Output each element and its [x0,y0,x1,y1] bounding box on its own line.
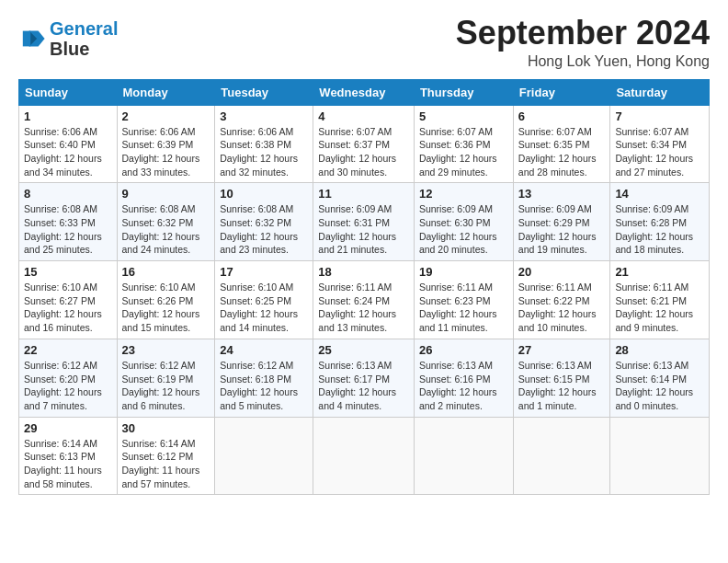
day-number: 3 [220,109,308,123]
day-info: Sunrise: 6:08 AM Sunset: 6:33 PM Dayligh… [24,202,112,257]
weekday-header-sunday: Sunday [19,79,118,105]
day-number: 6 [518,109,606,123]
day-number: 14 [615,187,704,201]
day-number: 1 [24,109,112,123]
day-info: Sunrise: 6:10 AM Sunset: 6:27 PM Dayligh… [24,281,112,335]
day-number: 28 [615,343,704,357]
calendar-week-row: 1Sunrise: 6:06 AM Sunset: 6:40 PM Daylig… [19,105,710,183]
day-number: 13 [518,187,606,201]
day-info: Sunrise: 6:07 AM Sunset: 6:36 PM Dayligh… [419,125,508,179]
day-info: Sunrise: 6:14 AM Sunset: 6:12 PM Dayligh… [122,437,210,491]
day-number: 11 [318,187,409,201]
header: General Blue September 2024 Hong Lok Yue… [18,15,710,70]
logo-name: General [50,18,118,39]
calendar-cell: 16Sunrise: 6:10 AM Sunset: 6:26 PM Dayli… [117,261,215,339]
calendar-cell: 20Sunrise: 6:11 AM Sunset: 6:22 PM Dayli… [513,261,610,339]
weekday-header-thursday: Thursday [414,79,513,105]
day-number: 24 [220,343,308,357]
day-info: Sunrise: 6:13 AM Sunset: 6:17 PM Dayligh… [318,359,409,413]
day-number: 22 [24,343,112,357]
day-number: 18 [318,265,409,279]
calendar-cell: 27Sunrise: 6:13 AM Sunset: 6:15 PM Dayli… [513,339,610,417]
calendar-cell: 9Sunrise: 6:08 AM Sunset: 6:32 PM Daylig… [117,183,215,261]
day-number: 7 [615,109,704,123]
weekday-header-saturday: Saturday [610,79,710,105]
day-info: Sunrise: 6:08 AM Sunset: 6:32 PM Dayligh… [122,202,210,257]
calendar-cell: 10Sunrise: 6:08 AM Sunset: 6:32 PM Dayli… [215,183,313,261]
day-info: Sunrise: 6:06 AM Sunset: 6:39 PM Dayligh… [122,125,210,179]
calendar-cell: 4Sunrise: 6:07 AM Sunset: 6:37 PM Daylig… [313,105,415,183]
calendar-cell: 3Sunrise: 6:06 AM Sunset: 6:38 PM Daylig… [215,105,313,183]
day-info: Sunrise: 6:07 AM Sunset: 6:34 PM Dayligh… [615,125,704,179]
day-info: Sunrise: 6:09 AM Sunset: 6:28 PM Dayligh… [615,202,704,257]
day-info: Sunrise: 6:11 AM Sunset: 6:23 PM Dayligh… [419,281,508,335]
day-number: 9 [122,187,210,201]
calendar-cell: 17Sunrise: 6:10 AM Sunset: 6:25 PM Dayli… [215,261,313,339]
calendar-cell: 21Sunrise: 6:11 AM Sunset: 6:21 PM Dayli… [610,261,710,339]
day-number: 10 [220,187,308,201]
calendar-cell [513,417,610,495]
day-number: 20 [518,265,606,279]
weekday-header-monday: Monday [117,79,215,105]
day-number: 8 [24,187,112,201]
day-number: 29 [24,421,112,435]
day-info: Sunrise: 6:12 AM Sunset: 6:18 PM Dayligh… [220,359,308,413]
weekday-header-friday: Friday [513,79,610,105]
day-info: Sunrise: 6:12 AM Sunset: 6:20 PM Dayligh… [24,359,112,413]
logo: General Blue [18,18,118,59]
day-number: 17 [220,265,308,279]
calendar-cell: 8Sunrise: 6:08 AM Sunset: 6:33 PM Daylig… [19,183,118,261]
day-info: Sunrise: 6:09 AM Sunset: 6:29 PM Dayligh… [518,202,606,257]
day-number: 27 [518,343,606,357]
day-number: 21 [615,265,704,279]
svg-rect-2 [23,31,30,47]
calendar-cell: 7Sunrise: 6:07 AM Sunset: 6:34 PM Daylig… [610,105,710,183]
day-info: Sunrise: 6:06 AM Sunset: 6:40 PM Dayligh… [24,125,112,179]
calendar-week-row: 8Sunrise: 6:08 AM Sunset: 6:33 PM Daylig… [19,183,710,261]
calendar-cell: 1Sunrise: 6:06 AM Sunset: 6:40 PM Daylig… [19,105,118,183]
calendar-week-row: 29Sunrise: 6:14 AM Sunset: 6:13 PM Dayli… [19,417,710,495]
day-info: Sunrise: 6:13 AM Sunset: 6:14 PM Dayligh… [615,359,704,413]
weekday-header-wednesday: Wednesday [313,79,415,105]
calendar-cell [313,417,415,495]
day-info: Sunrise: 6:12 AM Sunset: 6:19 PM Dayligh… [122,359,210,413]
day-info: Sunrise: 6:13 AM Sunset: 6:15 PM Dayligh… [518,359,606,413]
day-number: 15 [24,265,112,279]
calendar-cell: 25Sunrise: 6:13 AM Sunset: 6:17 PM Dayli… [313,339,415,417]
calendar-cell: 29Sunrise: 6:14 AM Sunset: 6:13 PM Dayli… [19,417,118,495]
day-number: 23 [122,343,210,357]
calendar-cell: 2Sunrise: 6:06 AM Sunset: 6:39 PM Daylig… [117,105,215,183]
day-number: 16 [122,265,210,279]
logo-icon [20,26,46,52]
calendar-cell: 12Sunrise: 6:09 AM Sunset: 6:30 PM Dayli… [414,183,513,261]
day-number: 30 [122,421,210,435]
day-number: 12 [419,187,508,201]
day-info: Sunrise: 6:08 AM Sunset: 6:32 PM Dayligh… [220,202,308,257]
day-info: Sunrise: 6:10 AM Sunset: 6:26 PM Dayligh… [122,281,210,335]
day-info: Sunrise: 6:11 AM Sunset: 6:22 PM Dayligh… [518,281,606,335]
day-number: 5 [419,109,508,123]
calendar-cell: 30Sunrise: 6:14 AM Sunset: 6:12 PM Dayli… [117,417,215,495]
calendar-cell: 19Sunrise: 6:11 AM Sunset: 6:23 PM Dayli… [414,261,513,339]
title-block: September 2024 Hong Lok Yuen, Hong Kong [456,15,710,70]
weekday-header-tuesday: Tuesday [215,79,313,105]
day-info: Sunrise: 6:06 AM Sunset: 6:38 PM Dayligh… [220,125,308,179]
calendar-cell [610,417,710,495]
calendar-cell: 5Sunrise: 6:07 AM Sunset: 6:36 PM Daylig… [414,105,513,183]
calendar-cell: 26Sunrise: 6:13 AM Sunset: 6:16 PM Dayli… [414,339,513,417]
weekday-header-row: SundayMondayTuesdayWednesdayThursdayFrid… [19,79,710,105]
day-info: Sunrise: 6:11 AM Sunset: 6:21 PM Dayligh… [615,281,704,335]
day-number: 4 [318,109,409,123]
day-info: Sunrise: 6:14 AM Sunset: 6:13 PM Dayligh… [24,437,112,491]
calendar-cell [414,417,513,495]
day-info: Sunrise: 6:10 AM Sunset: 6:25 PM Dayligh… [220,281,308,335]
calendar-cell: 6Sunrise: 6:07 AM Sunset: 6:35 PM Daylig… [513,105,610,183]
calendar-cell: 11Sunrise: 6:09 AM Sunset: 6:31 PM Dayli… [313,183,415,261]
calendar-week-row: 22Sunrise: 6:12 AM Sunset: 6:20 PM Dayli… [19,339,710,417]
calendar-cell: 13Sunrise: 6:09 AM Sunset: 6:29 PM Dayli… [513,183,610,261]
calendar-page: General Blue September 2024 Hong Lok Yue… [0,0,728,563]
day-info: Sunrise: 6:09 AM Sunset: 6:30 PM Dayligh… [419,202,508,257]
calendar-cell: 14Sunrise: 6:09 AM Sunset: 6:28 PM Dayli… [610,183,710,261]
day-info: Sunrise: 6:11 AM Sunset: 6:24 PM Dayligh… [318,281,409,335]
calendar-cell: 22Sunrise: 6:12 AM Sunset: 6:20 PM Dayli… [19,339,118,417]
